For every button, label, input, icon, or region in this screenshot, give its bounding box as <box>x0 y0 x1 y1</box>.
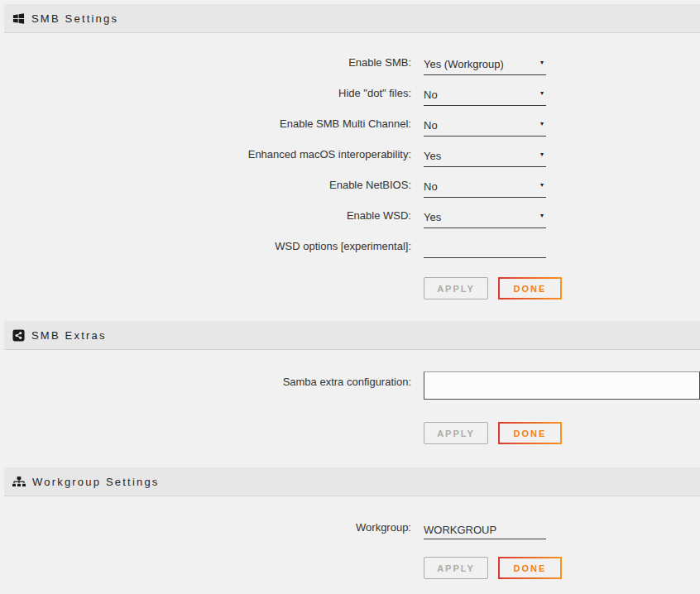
form-actions: APPLY DONE <box>424 557 700 579</box>
form-row: WSD options [experimental]: <box>4 240 700 258</box>
form-rows: Enable SMB:Yes (Workgroup)▾Hide "dot" fi… <box>4 33 700 258</box>
wsd-options-field <box>424 240 546 258</box>
caret-down-icon: ▾ <box>540 120 544 127</box>
enable-smb-multi-channel-label: Enable SMB Multi Channel: <box>4 117 411 131</box>
enhanced-macos-interoperability-label: Enhanced macOS interoperability: <box>4 148 411 161</box>
form-row: Enable NetBIOS:No▾ <box>4 179 700 198</box>
windows-icon <box>12 12 25 25</box>
enable-smb-multi-channel-select[interactable]: No▾ <box>424 117 546 137</box>
form-actions: APPLY DONE <box>424 422 700 444</box>
form-row: Enable SMB Multi Channel:No▾ <box>4 117 700 137</box>
workgroup-input[interactable] <box>424 521 546 539</box>
enable-smb-label: Enable SMB: <box>4 56 411 69</box>
form-row: Samba extra configuration: <box>4 371 700 400</box>
section-smb-extras: SMB Extras Samba extra configuration: AP… <box>4 321 700 444</box>
share-square-icon <box>12 329 25 342</box>
form-row: Enhanced macOS interoperability:Yes▾ <box>4 148 700 167</box>
section-workgroup-settings: Workgroup Settings Workgroup: APPLY DONE <box>4 467 700 579</box>
enable-netbios-select[interactable]: No▾ <box>424 179 546 198</box>
samba-extra-configuration-label: Samba extra configuration: <box>4 371 411 389</box>
caret-down-icon: ▾ <box>540 151 544 158</box>
select-value: No <box>424 89 438 101</box>
caret-down-icon: ▾ <box>540 89 544 97</box>
form-actions: APPLY DONE <box>424 277 700 299</box>
form-row: Workgroup: <box>4 521 700 539</box>
enable-wsd-label: Enable WSD: <box>4 209 411 223</box>
sitemap-icon <box>12 477 26 487</box>
samba-extra-configuration-textarea[interactable] <box>424 371 700 400</box>
form-row: Hide "dot" files:No▾ <box>4 87 700 106</box>
hide-dot-files-label: Hide "dot" files: <box>4 87 411 100</box>
caret-down-icon: ▾ <box>540 59 544 66</box>
enhanced-macos-interoperability-select[interactable]: Yes▾ <box>424 148 546 167</box>
hide-dot-files-select[interactable]: No▾ <box>424 87 546 106</box>
section-header: SMB Settings <box>4 4 700 33</box>
wsd-options-label: WSD options [experimental]: <box>4 240 411 253</box>
section-smb-settings: SMB Settings Enable SMB:Yes (Workgroup)▾… <box>4 4 700 299</box>
select-value: Yes <box>424 211 441 223</box>
apply-button[interactable]: APPLY <box>424 422 488 444</box>
workgroup-field <box>424 521 546 539</box>
select-value: Yes <box>424 150 441 162</box>
section-title: SMB Settings <box>31 12 118 25</box>
enable-wsd-select[interactable]: Yes▾ <box>424 209 546 228</box>
section-header: SMB Extras <box>4 321 700 350</box>
form-rows: Samba extra configuration: <box>4 350 700 400</box>
wsd-options-input[interactable] <box>424 240 546 258</box>
form-row: Enable WSD:Yes▾ <box>4 209 700 228</box>
select-value: No <box>424 180 438 193</box>
apply-button[interactable]: APPLY <box>424 557 488 579</box>
section-title: Workgroup Settings <box>32 476 160 488</box>
form-rows: Workgroup: <box>4 496 700 539</box>
caret-down-icon: ▾ <box>540 212 544 219</box>
enable-netbios-label: Enable NetBIOS: <box>4 179 411 192</box>
select-value: Yes (Workgroup) <box>424 58 504 70</box>
done-button[interactable]: DONE <box>498 557 562 579</box>
apply-button[interactable]: APPLY <box>424 277 488 299</box>
section-title: SMB Extras <box>31 329 107 342</box>
done-button[interactable]: DONE <box>498 277 562 299</box>
caret-down-icon: ▾ <box>540 181 544 189</box>
enable-smb-select[interactable]: Yes (Workgroup)▾ <box>424 56 546 75</box>
workgroup-label: Workgroup: <box>4 521 411 534</box>
select-value: No <box>424 119 438 132</box>
form-row: Enable SMB:Yes (Workgroup)▾ <box>4 56 700 75</box>
samba-extra-configuration-field <box>424 371 700 400</box>
settings-page: SMB Settings Enable SMB:Yes (Workgroup)▾… <box>4 0 700 579</box>
section-header: Workgroup Settings <box>4 467 700 496</box>
done-button[interactable]: DONE <box>498 422 562 444</box>
